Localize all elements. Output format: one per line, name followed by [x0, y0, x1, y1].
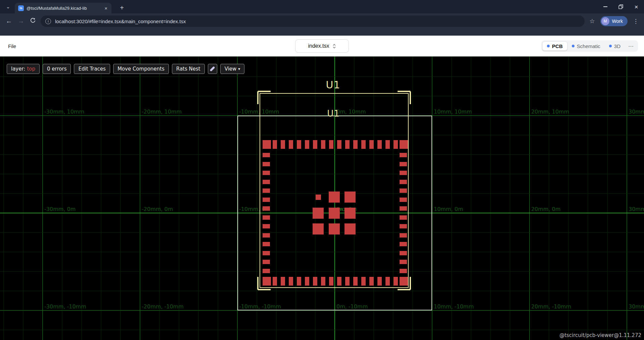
- grid-label: 10mm, 0m: [434, 206, 463, 212]
- select-chevrons-icon: [332, 44, 336, 49]
- browser-titlebar: ⌄ ts @tsci/MustafaMulla29.kicad-lib × + …: [0, 0, 644, 13]
- avatar: M: [601, 17, 609, 25]
- silkscreen-corner-mark: [410, 91, 411, 104]
- tab-schematic[interactable]: Schematic: [567, 41, 605, 51]
- pcb-dot-icon: [547, 45, 550, 47]
- tab-search-icon[interactable]: ⌄: [3, 2, 13, 11]
- grid-label: -30mm, 0m: [44, 206, 76, 212]
- grid-label: 20mm, -10mm: [531, 303, 571, 310]
- schematic-dot-icon: [572, 45, 574, 47]
- chevron-down-icon: ▾: [238, 67, 240, 71]
- bookmark-star-icon[interactable]: ☆: [589, 17, 595, 25]
- minimize-icon: [603, 6, 607, 7]
- tab-3d-label: 3D: [614, 43, 620, 49]
- component-reference-label: U1: [326, 79, 340, 91]
- grid-label: 30mm, 10mm: [629, 109, 644, 115]
- silkscreen-corner-mark: [258, 91, 271, 92]
- tab-3d[interactable]: 3D: [605, 41, 625, 51]
- viewer-version: @tscircuit/pcb-viewer@1.11.272: [559, 332, 641, 338]
- silkscreen-corner-mark: [398, 289, 410, 290]
- file-selector-value: index.tsx: [308, 43, 329, 49]
- silkscreen-corner-mark: [257, 277, 259, 290]
- grid-label: -20mm, -10mm: [142, 303, 184, 310]
- window-close-button[interactable]: ×: [629, 0, 644, 13]
- grid-label: 20mm, 10mm: [531, 109, 569, 115]
- silkscreen-outline: [260, 93, 409, 288]
- grid-label: -30mm, 10mm: [44, 109, 84, 115]
- rats-nest-button[interactable]: Rats Nest: [172, 64, 205, 74]
- grid-label: 10mm, 10mm: [434, 109, 472, 115]
- grid-label: 30mm, 0m: [629, 206, 644, 212]
- minimize-button[interactable]: [598, 0, 613, 13]
- view-switcher: PCB Schematic 3D ⋯: [541, 40, 638, 52]
- pcb-canvas[interactable]: layer: top 0 errors Edit Traces Move Com…: [0, 56, 644, 340]
- more-views-button[interactable]: ⋯: [625, 43, 637, 49]
- url-bar[interactable]: i localhost:3020/#file=index.tsx&main_co…: [41, 15, 585, 27]
- grid-label: -20mm, 0m: [142, 206, 173, 212]
- edit-silkscreen-button[interactable]: [208, 64, 217, 74]
- view-menu-label: View: [225, 66, 237, 72]
- profile-button[interactable]: M Work: [600, 16, 628, 26]
- 3d-dot-icon: [609, 45, 612, 47]
- pcb-toolbar: layer: top 0 errors Edit Traces Move Com…: [7, 64, 244, 74]
- browser-menu-icon[interactable]: ⋮: [633, 18, 639, 25]
- grid-label: -30mm, -10mm: [44, 303, 86, 310]
- move-components-button[interactable]: Move Components: [113, 64, 169, 74]
- restore-icon: [618, 4, 623, 9]
- browser-tab[interactable]: ts @tsci/MustafaMulla29.kicad-lib ×: [15, 3, 111, 13]
- file-selector[interactable]: index.tsx: [295, 39, 349, 53]
- grid-label: 30mm, -10mm: [629, 303, 644, 310]
- tab-title: @tsci/MustafaMulla29.kicad-lib: [27, 6, 101, 11]
- grid-label: -20mm, 10mm: [142, 109, 182, 115]
- back-icon[interactable]: ←: [6, 17, 12, 25]
- pencil-icon: [210, 66, 215, 72]
- site-info-icon[interactable]: i: [45, 18, 51, 24]
- layer-button[interactable]: layer: top: [7, 64, 40, 74]
- url-text: localhost:3020/#file=index.tsx&main_comp…: [55, 18, 186, 24]
- view-menu-button[interactable]: View ▾: [220, 64, 245, 74]
- restore-button[interactable]: [613, 0, 629, 13]
- browser-navbar: ← → i localhost:3020/#file=index.tsx&mai…: [0, 13, 644, 36]
- silkscreen-corner-mark: [257, 91, 259, 104]
- silkscreen-corner-mark: [258, 289, 271, 290]
- silkscreen-corner-mark: [398, 91, 410, 92]
- profile-name: Work: [612, 18, 623, 24]
- edit-traces-button[interactable]: Edit Traces: [74, 64, 110, 74]
- grid-label: 10mm, -10mm: [434, 303, 474, 310]
- grid-label: 20mm, 0m: [531, 206, 560, 212]
- component-reference-label: U1: [327, 109, 340, 119]
- silkscreen-corner-mark: [410, 277, 411, 290]
- forward-icon[interactable]: →: [18, 17, 24, 25]
- tab-pcb-label: PCB: [552, 43, 563, 49]
- tab-close-icon[interactable]: ×: [104, 5, 108, 11]
- reload-icon[interactable]: [30, 17, 36, 25]
- tab-pcb[interactable]: PCB: [542, 41, 567, 51]
- layer-value: top: [27, 66, 35, 72]
- file-menu[interactable]: File: [8, 43, 16, 49]
- app-header: File index.tsx PCB Schematic 3D ⋯: [0, 36, 644, 56]
- errors-button[interactable]: 0 errors: [43, 64, 71, 74]
- window-controls: ×: [598, 0, 644, 13]
- tab-favicon: ts: [18, 5, 24, 11]
- layer-label: layer:: [11, 66, 25, 72]
- tab-schematic-label: Schematic: [577, 43, 600, 49]
- new-tab-button[interactable]: +: [117, 3, 127, 13]
